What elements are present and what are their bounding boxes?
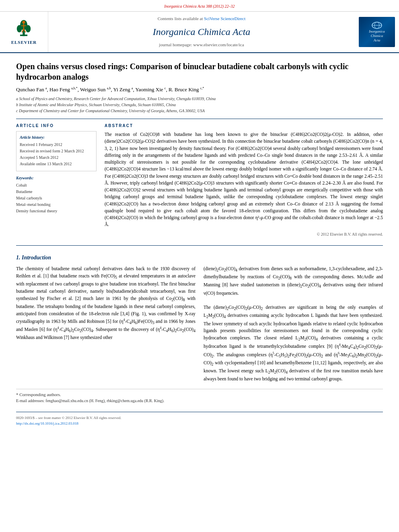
keyword-1: Cobalt [16,183,97,188]
keyword-4: Metal–metal bonding [16,202,97,207]
affiliation-b: b Institute of Atomic and Molecular Phys… [16,102,383,108]
accepted-date: Accepted 5 March 2012 [20,155,93,160]
journal-logo-title: InorganicaChimicaActa [369,29,385,42]
footnote-star-label: * Corresponding authors. [16,392,383,398]
elsevier-label: ELSEVIER [11,39,37,45]
svg-rect-4 [20,35,27,36]
intro-right-text: (diene)2Co2(CO)4 derivatives from dienes… [204,265,383,383]
revised-date: Received in revised form 2 March 2012 [20,148,93,154]
affiliation-c: c Department of Chemistry and Center for… [16,108,383,114]
abstract-heading: ABSTRACT [105,123,383,129]
intro-left-col: The chemistry of butadiene metal carbony… [16,265,195,383]
section-divider [16,245,383,246]
abstract-col: ABSTRACT The reaction of Co2(CO)8 with b… [105,123,383,237]
keyword-2: Butadiene [16,189,97,195]
authors-text: Qunchao Fan a, Hao Feng a,b,*, Weiguo Su… [16,86,204,92]
page-footer: 0020-1693/$ – see front matter © 2012 El… [16,412,383,426]
journal-logo-box: InorganicaChimicaActa [359,17,395,47]
journal-title: Inorganica Chimica Acta [153,25,251,39]
section-label: Introduction [22,255,51,261]
svg-point-1 [17,25,22,32]
intro-body-cols: The chemistry of butadiene metal carbony… [16,265,383,383]
affiliation-a: a School of Physics and Chemistry, Resea… [16,96,383,102]
sciverse-link[interactable]: SciVerse ScienceDirect [204,16,245,21]
keyword-5: Density functional theory [16,208,97,214]
article-info-box: Article history: Received 1 February 201… [16,131,97,171]
received-date: Received 1 February 2012 [20,142,93,148]
footnote-email: E-mail addresses: fenghao@mail.xhu.edu.c… [16,398,383,404]
svg-point-5 [23,21,25,23]
sciverse-text: Contents lists available at SciVerse Sci… [158,16,245,22]
introduction-section: 1. Introduction The chemistry of butadie… [16,254,383,383]
elsevier-logo-area: ELSEVIER [0,12,48,52]
authors-line: Qunchao Fan a, Hao Feng a,b,*, Weiguo Su… [16,86,383,94]
journal-reference: Inorganica Chimica Acta 388 (2012) 22–32 [164,4,234,8]
footer-issn: 0020-1693/$ – see front matter © 2012 El… [16,415,383,421]
journal-homepage: journal homepage: www.elsevier.com/locat… [159,42,244,48]
elsevier-tree-icon [14,18,34,39]
affiliations: a School of Physics and Chemistry, Resea… [16,96,383,114]
journal-header: ELSEVIER Contents lists available at Sci… [0,12,399,53]
keyword-3: Metal carbonyls [16,195,97,201]
doi-link[interactable]: http://dx.doi.org/10.1016/j.ica.2012.03.… [16,421,78,425]
available-date: Available online 13 March 2012 [20,161,93,167]
journal-logo-icon [371,21,383,29]
article-info-abstract-area: ARTICLE INFO Article history: Received 1… [16,123,383,237]
section-number: 1. [16,255,21,261]
intro-left-text: The chemistry of butadiene metal carbony… [16,265,195,341]
article-info-heading: ARTICLE INFO [16,123,97,129]
main-content: Open chains versus closed rings: Compari… [0,53,399,435]
top-bar: Inorganica Chimica Acta 388 (2012) 22–32 [0,0,399,12]
abstract-text: The reaction of Co2(CO)8 with butadiene … [105,131,383,228]
footnote-section: * Corresponding authors. E-mail addresse… [16,389,383,403]
history-label: Article history: [20,135,93,140]
journal-title-area: Contents lists available at SciVerse Sci… [48,12,355,52]
copyright-text: © 2012 Elsevier B.V. All rights reserved… [105,232,383,237]
journal-logo-area: InorganicaChimicaActa [355,12,399,52]
keywords-label: Keywords: [16,175,97,181]
intro-section-title: 1. Introduction [16,254,383,262]
article-info-col: ARTICLE INFO Article history: Received 1… [16,123,97,237]
header-divider [16,119,383,119]
intro-right-col: (diene)2Co2(CO)4 derivatives from dienes… [204,265,383,383]
keywords-section: Keywords: Cobalt Butadiene Metal carbony… [16,175,97,214]
footer-doi: http://dx.doi.org/10.1016/j.ica.2012.03.… [16,421,383,426]
svg-point-2 [26,25,31,32]
article-title: Open chains versus closed rings: Compari… [16,61,383,82]
